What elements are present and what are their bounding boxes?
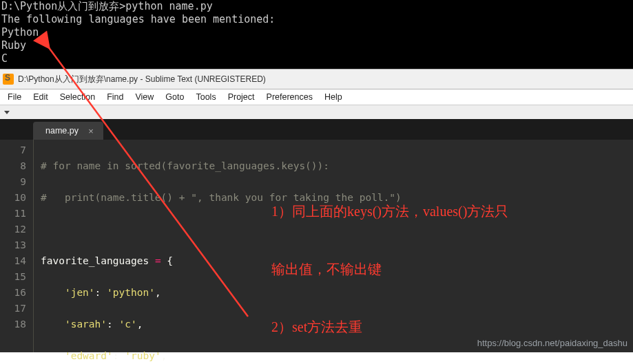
sublime-logo-icon: [3, 74, 14, 85]
code-editor[interactable]: 7 8 9 10 11 12 13 14 15 16 17 18 # for n…: [0, 140, 633, 352]
tab-name-py[interactable]: name.py ×: [33, 122, 103, 140]
menu-help[interactable]: Help: [320, 92, 347, 103]
line-gutter: 7 8 9 10 11 12 13 14 15 16 17 18: [0, 140, 34, 352]
tabbar: name.py ×: [0, 119, 633, 140]
menu-preferences[interactable]: Preferences: [262, 92, 318, 103]
terminal-line: C: [1, 52, 632, 65]
file-dropdown-bar[interactable]: [0, 105, 633, 119]
menu-project[interactable]: Project: [223, 92, 260, 103]
terminal-cmd: D:\Python从入门到放弃>python name.py: [1, 0, 632, 13]
close-icon[interactable]: ×: [88, 126, 94, 136]
watermark: https://blog.csdn.net/paidaxing_dashu: [477, 338, 627, 348]
menu-tools[interactable]: Tools: [191, 92, 220, 103]
dropdown-triangle-icon: [4, 111, 10, 114]
menu-view[interactable]: View: [130, 92, 158, 103]
menu-selection[interactable]: Selection: [55, 92, 100, 103]
menubar: File Edit Selection Find View Goto Tools…: [0, 89, 633, 105]
window-titlebar: D:\Python从入门到放弃\name.py - Sublime Text (…: [0, 69, 633, 89]
window-title-text: D:\Python从入门到放弃\name.py - Sublime Text (…: [18, 74, 266, 85]
tab-label: name.py: [45, 126, 79, 136]
terminal-line: Python: [1, 26, 632, 39]
code-area[interactable]: # for name in sorted(favorite_languages.…: [34, 140, 633, 352]
menu-find[interactable]: Find: [102, 92, 128, 103]
terminal-line: The following languages have been mentio…: [1, 13, 632, 26]
terminal-line: Ruby: [1, 39, 632, 52]
menu-edit[interactable]: Edit: [28, 92, 53, 103]
menu-file[interactable]: File: [3, 92, 26, 103]
menu-goto[interactable]: Goto: [160, 92, 189, 103]
terminal-output: D:\Python从入门到放弃>python name.py The follo…: [0, 0, 633, 69]
